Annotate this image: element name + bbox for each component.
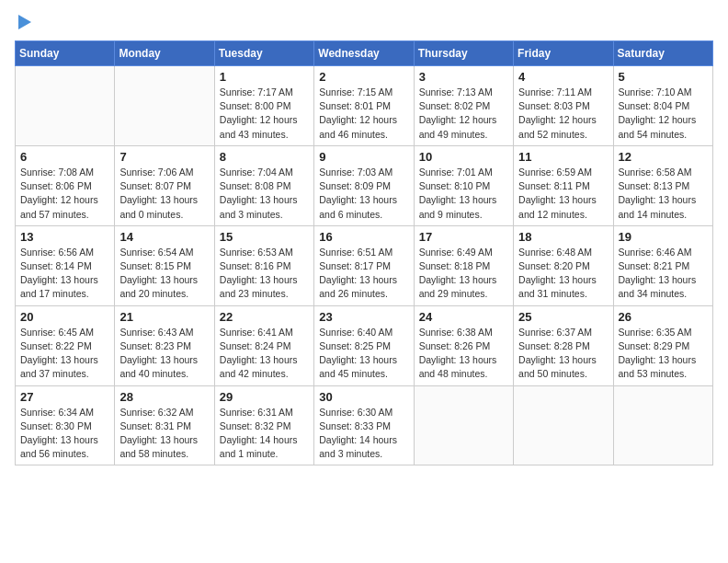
day-number: 27 <box>20 390 109 404</box>
weekday-header-monday: Monday <box>115 41 214 66</box>
day-info: Sunrise: 7:08 AMSunset: 8:06 PMDaylight:… <box>20 166 109 222</box>
calendar-cell: 20Sunrise: 6:45 AMSunset: 8:22 PMDayligh… <box>16 305 115 385</box>
day-number: 21 <box>119 310 209 324</box>
logo <box>15 15 31 29</box>
day-info: Sunrise: 6:34 AMSunset: 8:30 PMDaylight:… <box>20 406 109 462</box>
calendar-cell: 21Sunrise: 6:43 AMSunset: 8:23 PMDayligh… <box>115 305 214 385</box>
day-info: Sunrise: 7:13 AMSunset: 8:02 PMDaylight:… <box>419 86 508 142</box>
weekday-header-thursday: Thursday <box>414 41 513 66</box>
day-info: Sunrise: 6:32 AMSunset: 8:31 PMDaylight:… <box>119 406 209 462</box>
calendar-cell: 26Sunrise: 6:35 AMSunset: 8:29 PMDayligh… <box>613 305 712 385</box>
calendar-cell: 30Sunrise: 6:30 AMSunset: 8:33 PMDayligh… <box>314 385 414 465</box>
day-number: 16 <box>319 230 408 244</box>
calendar-cell: 12Sunrise: 6:58 AMSunset: 8:13 PMDayligh… <box>613 145 712 225</box>
calendar-cell <box>514 385 613 465</box>
calendar-cell: 4Sunrise: 7:11 AMSunset: 8:03 PMDaylight… <box>514 66 613 146</box>
day-number: 19 <box>619 230 708 244</box>
calendar-week-4: 20Sunrise: 6:45 AMSunset: 8:22 PMDayligh… <box>16 305 713 385</box>
day-info: Sunrise: 6:30 AMSunset: 8:33 PMDaylight:… <box>319 406 408 462</box>
day-number: 11 <box>518 150 608 164</box>
calendar-cell: 23Sunrise: 6:40 AMSunset: 8:25 PMDayligh… <box>314 305 414 385</box>
weekday-header-wednesday: Wednesday <box>314 41 414 66</box>
day-number: 7 <box>119 150 209 164</box>
day-number: 9 <box>319 150 408 164</box>
day-number: 3 <box>419 70 508 84</box>
day-info: Sunrise: 6:48 AMSunset: 8:20 PMDaylight:… <box>518 246 608 302</box>
calendar-cell: 7Sunrise: 7:06 AMSunset: 8:07 PMDaylight… <box>115 145 214 225</box>
calendar-cell: 14Sunrise: 6:54 AMSunset: 8:15 PMDayligh… <box>115 225 214 305</box>
calendar-cell: 22Sunrise: 6:41 AMSunset: 8:24 PMDayligh… <box>214 305 313 385</box>
day-number: 22 <box>220 310 309 324</box>
calendar-cell: 29Sunrise: 6:31 AMSunset: 8:32 PMDayligh… <box>214 385 313 465</box>
day-number: 14 <box>119 230 209 244</box>
day-info: Sunrise: 6:46 AMSunset: 8:21 PMDaylight:… <box>619 246 708 302</box>
calendar-cell <box>613 385 712 465</box>
calendar-cell: 6Sunrise: 7:08 AMSunset: 8:06 PMDaylight… <box>16 145 115 225</box>
page-header <box>15 15 713 29</box>
day-info: Sunrise: 6:41 AMSunset: 8:24 PMDaylight:… <box>220 326 309 382</box>
calendar-cell: 25Sunrise: 6:37 AMSunset: 8:28 PMDayligh… <box>514 305 613 385</box>
day-number: 1 <box>220 70 309 84</box>
day-info: Sunrise: 7:11 AMSunset: 8:03 PMDaylight:… <box>518 86 608 142</box>
calendar-cell: 2Sunrise: 7:15 AMSunset: 8:01 PMDaylight… <box>314 66 414 146</box>
calendar-cell: 18Sunrise: 6:48 AMSunset: 8:20 PMDayligh… <box>514 225 613 305</box>
calendar-cell: 28Sunrise: 6:32 AMSunset: 8:31 PMDayligh… <box>115 385 214 465</box>
day-info: Sunrise: 6:45 AMSunset: 8:22 PMDaylight:… <box>20 326 109 382</box>
day-info: Sunrise: 6:35 AMSunset: 8:29 PMDaylight:… <box>619 326 708 382</box>
calendar-cell <box>115 66 214 146</box>
day-info: Sunrise: 7:03 AMSunset: 8:09 PMDaylight:… <box>319 166 408 222</box>
calendar-week-2: 6Sunrise: 7:08 AMSunset: 8:06 PMDaylight… <box>16 145 713 225</box>
day-info: Sunrise: 7:17 AMSunset: 8:00 PMDaylight:… <box>220 86 309 142</box>
day-info: Sunrise: 6:59 AMSunset: 8:11 PMDaylight:… <box>518 166 608 222</box>
calendar-week-3: 13Sunrise: 6:56 AMSunset: 8:14 PMDayligh… <box>16 225 713 305</box>
calendar-header-row: SundayMondayTuesdayWednesdayThursdayFrid… <box>16 41 713 66</box>
calendar-week-1: 1Sunrise: 7:17 AMSunset: 8:00 PMDaylight… <box>16 66 713 146</box>
day-number: 23 <box>319 310 408 324</box>
day-info: Sunrise: 6:58 AMSunset: 8:13 PMDaylight:… <box>619 166 708 222</box>
day-info: Sunrise: 6:56 AMSunset: 8:14 PMDaylight:… <box>20 246 109 302</box>
calendar-cell: 24Sunrise: 6:38 AMSunset: 8:26 PMDayligh… <box>414 305 513 385</box>
calendar-cell: 15Sunrise: 6:53 AMSunset: 8:16 PMDayligh… <box>214 225 313 305</box>
day-info: Sunrise: 7:01 AMSunset: 8:10 PMDaylight:… <box>419 166 508 222</box>
calendar-cell: 10Sunrise: 7:01 AMSunset: 8:10 PMDayligh… <box>414 145 513 225</box>
calendar-cell: 3Sunrise: 7:13 AMSunset: 8:02 PMDaylight… <box>414 66 513 146</box>
calendar-cell <box>16 66 115 146</box>
calendar-cell: 8Sunrise: 7:04 AMSunset: 8:08 PMDaylight… <box>214 145 313 225</box>
calendar-cell: 17Sunrise: 6:49 AMSunset: 8:18 PMDayligh… <box>414 225 513 305</box>
weekday-header-tuesday: Tuesday <box>214 41 313 66</box>
day-number: 30 <box>319 390 408 404</box>
day-number: 12 <box>619 150 708 164</box>
day-number: 29 <box>220 390 309 404</box>
day-info: Sunrise: 6:40 AMSunset: 8:25 PMDaylight:… <box>319 326 408 382</box>
calendar-cell: 13Sunrise: 6:56 AMSunset: 8:14 PMDayligh… <box>16 225 115 305</box>
day-number: 17 <box>419 230 508 244</box>
calendar-cell: 1Sunrise: 7:17 AMSunset: 8:00 PMDaylight… <box>214 66 313 146</box>
day-number: 18 <box>518 230 608 244</box>
day-number: 10 <box>419 150 508 164</box>
day-info: Sunrise: 6:37 AMSunset: 8:28 PMDaylight:… <box>518 326 608 382</box>
day-info: Sunrise: 6:49 AMSunset: 8:18 PMDaylight:… <box>419 246 508 302</box>
day-info: Sunrise: 7:06 AMSunset: 8:07 PMDaylight:… <box>119 166 209 222</box>
day-info: Sunrise: 6:43 AMSunset: 8:23 PMDaylight:… <box>119 326 209 382</box>
calendar-cell: 19Sunrise: 6:46 AMSunset: 8:21 PMDayligh… <box>613 225 712 305</box>
day-number: 20 <box>20 310 109 324</box>
day-info: Sunrise: 7:04 AMSunset: 8:08 PMDaylight:… <box>220 166 309 222</box>
calendar-cell: 5Sunrise: 7:10 AMSunset: 8:04 PMDaylight… <box>613 66 712 146</box>
day-number: 4 <box>518 70 608 84</box>
day-number: 13 <box>20 230 109 244</box>
day-number: 5 <box>619 70 708 84</box>
day-number: 25 <box>518 310 608 324</box>
day-info: Sunrise: 6:38 AMSunset: 8:26 PMDaylight:… <box>419 326 508 382</box>
day-info: Sunrise: 6:53 AMSunset: 8:16 PMDaylight:… <box>220 246 309 302</box>
weekday-header-friday: Friday <box>514 41 613 66</box>
calendar-table: SundayMondayTuesdayWednesdayThursdayFrid… <box>15 40 713 465</box>
day-number: 8 <box>220 150 309 164</box>
calendar-week-5: 27Sunrise: 6:34 AMSunset: 8:30 PMDayligh… <box>16 385 713 465</box>
day-number: 28 <box>119 390 209 404</box>
calendar-cell: 9Sunrise: 7:03 AMSunset: 8:09 PMDaylight… <box>314 145 414 225</box>
day-info: Sunrise: 6:31 AMSunset: 8:32 PMDaylight:… <box>220 406 309 462</box>
day-number: 6 <box>20 150 109 164</box>
weekday-header-sunday: Sunday <box>16 41 115 66</box>
calendar-cell: 16Sunrise: 6:51 AMSunset: 8:17 PMDayligh… <box>314 225 414 305</box>
day-number: 24 <box>419 310 508 324</box>
